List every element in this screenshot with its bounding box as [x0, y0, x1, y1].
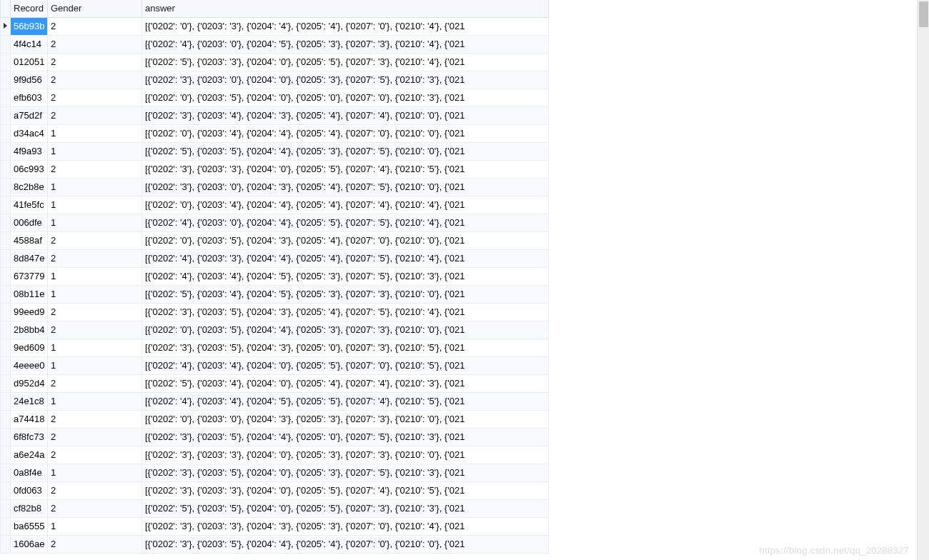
- table-row[interactable]: 4f4c142[{'0202': '4'}, {'0203': '0'}, {'…: [1, 35, 549, 53]
- cell-answer[interactable]: [{'0202': '3'}, {'0203': '5'}, {'0204': …: [142, 339, 549, 356]
- row-indicator[interactable]: [1, 267, 11, 285]
- row-indicator[interactable]: [1, 17, 11, 35]
- row-indicator[interactable]: [1, 464, 11, 481]
- column-header-record[interactable]: Record: [11, 0, 48, 17]
- cell-answer[interactable]: [{'0202': '4'}, {'0203': '3'}, {'0204': …: [142, 249, 549, 267]
- row-indicator[interactable]: [1, 517, 11, 535]
- cell-answer[interactable]: [{'0202': '0'}, {'0203': '5'}, {'0204': …: [142, 89, 549, 106]
- cell-answer[interactable]: [{'0202': '5'}, {'0203': '4'}, {'0204': …: [142, 374, 549, 392]
- row-indicator[interactable]: [1, 89, 11, 106]
- table-row[interactable]: d34ac41[{'0202': '0'}, {'0203': '4'}, {'…: [1, 124, 549, 142]
- cell-answer[interactable]: [{'0202': '5'}, {'0203': '5'}, {'0204': …: [142, 142, 549, 160]
- row-indicator[interactable]: [1, 231, 11, 249]
- cell-record[interactable]: 8d847e: [11, 249, 48, 267]
- cell-record[interactable]: 4f4c14: [11, 35, 48, 53]
- cell-answer[interactable]: [{'0202': '5'}, {'0203': '5'}, {'0204': …: [142, 499, 549, 517]
- cell-record[interactable]: 006dfe: [11, 214, 48, 231]
- cell-record[interactable]: 06c993: [11, 160, 48, 178]
- cell-gender[interactable]: 1: [48, 339, 142, 356]
- table-row[interactable]: 4eeee01[{'0202': '4'}, {'0203': '4'}, {'…: [1, 356, 549, 374]
- cell-gender[interactable]: 2: [48, 499, 142, 517]
- cell-answer[interactable]: [{'0202': '4'}, {'0203': '0'}, {'0204': …: [142, 35, 549, 53]
- row-indicator[interactable]: [1, 53, 11, 71]
- cell-record[interactable]: 012051: [11, 53, 48, 71]
- cell-gender[interactable]: 2: [48, 428, 142, 446]
- cell-gender[interactable]: 1: [48, 214, 142, 231]
- cell-record[interactable]: cf82b8: [11, 499, 48, 517]
- column-header-answer[interactable]: answer: [142, 0, 549, 17]
- cell-record[interactable]: 08b11e: [11, 285, 48, 303]
- cell-record[interactable]: 673779: [11, 267, 48, 285]
- cell-gender[interactable]: 1: [48, 178, 142, 196]
- row-indicator[interactable]: [1, 446, 11, 464]
- row-indicator[interactable]: [1, 178, 11, 196]
- cell-record[interactable]: 99eed9: [11, 303, 48, 321]
- cell-record[interactable]: 41fe5fc: [11, 196, 48, 214]
- row-indicator[interactable]: [1, 142, 11, 160]
- row-indicator[interactable]: [1, 214, 11, 231]
- table-row[interactable]: a6e24a2[{'0202': '3'}, {'0203': '3'}, {'…: [1, 446, 549, 464]
- cell-answer[interactable]: [{'0202': '3'}, {'0203': '3'}, {'0204': …: [142, 481, 549, 499]
- table-row[interactable]: 8c2b8e1[{'0202': '3'}, {'0203': '0'}, {'…: [1, 178, 549, 196]
- cell-gender[interactable]: 2: [48, 321, 142, 339]
- cell-record[interactable]: a75d2f: [11, 106, 48, 124]
- cell-gender[interactable]: 2: [48, 17, 142, 35]
- cell-record[interactable]: 2b8bb4: [11, 321, 48, 339]
- vertical-scrollbar[interactable]: [917, 0, 929, 560]
- cell-answer[interactable]: [{'0202': '3'}, {'0203': '5'}, {'0204': …: [142, 464, 549, 481]
- cell-gender[interactable]: 2: [48, 535, 142, 553]
- table-row[interactable]: 08b11e1[{'0202': '5'}, {'0203': '4'}, {'…: [1, 285, 549, 303]
- table-row[interactable]: 0120512[{'0202': '5'}, {'0203': '3'}, {'…: [1, 53, 549, 71]
- row-indicator[interactable]: [1, 71, 11, 89]
- row-indicator[interactable]: [1, 428, 11, 446]
- cell-gender[interactable]: 1: [48, 196, 142, 214]
- cell-record[interactable]: efb603: [11, 89, 48, 106]
- cell-gender[interactable]: 2: [48, 481, 142, 499]
- cell-gender[interactable]: 1: [48, 356, 142, 374]
- table-row[interactable]: a75d2f2[{'0202': '3'}, {'0203': '4'}, {'…: [1, 106, 549, 124]
- table-row[interactable]: 4588af2[{'0202': '0'}, {'0203': '5'}, {'…: [1, 231, 549, 249]
- row-indicator[interactable]: [1, 499, 11, 517]
- cell-record[interactable]: ba6555: [11, 517, 48, 535]
- cell-record[interactable]: 56b93b: [11, 17, 48, 35]
- cell-record[interactable]: 9f9d56: [11, 71, 48, 89]
- row-indicator[interactable]: [1, 249, 11, 267]
- cell-record[interactable]: d952d4: [11, 374, 48, 392]
- table-row[interactable]: 41fe5fc1[{'0202': '0'}, {'0203': '4'}, {…: [1, 196, 549, 214]
- table-row[interactable]: 4f9a931[{'0202': '5'}, {'0203': '5'}, {'…: [1, 142, 549, 160]
- cell-answer[interactable]: [{'0202': '0'}, {'0203': '0'}, {'0204': …: [142, 410, 549, 428]
- table-row[interactable]: 56b93b2[{'0202': '0'}, {'0203': '3'}, {'…: [1, 17, 549, 35]
- table-row[interactable]: 8d847e2[{'0202': '4'}, {'0203': '3'}, {'…: [1, 249, 549, 267]
- row-indicator[interactable]: [1, 410, 11, 428]
- row-indicator[interactable]: [1, 124, 11, 142]
- cell-gender[interactable]: 1: [48, 285, 142, 303]
- cell-answer[interactable]: [{'0202': '0'}, {'0203': '5'}, {'0204': …: [142, 231, 549, 249]
- cell-gender[interactable]: 1: [48, 517, 142, 535]
- row-indicator[interactable]: [1, 285, 11, 303]
- cell-gender[interactable]: 2: [48, 410, 142, 428]
- row-indicator[interactable]: [1, 106, 11, 124]
- cell-gender[interactable]: 2: [48, 160, 142, 178]
- row-indicator[interactable]: [1, 339, 11, 356]
- cell-gender[interactable]: 2: [48, 71, 142, 89]
- cell-gender[interactable]: 2: [48, 35, 142, 53]
- row-indicator[interactable]: [1, 374, 11, 392]
- row-indicator[interactable]: [1, 321, 11, 339]
- row-indicator[interactable]: [1, 196, 11, 214]
- cell-answer[interactable]: [{'0202': '3'}, {'0203': '0'}, {'0204': …: [142, 178, 549, 196]
- cell-record[interactable]: 4eeee0: [11, 356, 48, 374]
- cell-record[interactable]: 4588af: [11, 231, 48, 249]
- cell-record[interactable]: 4f9a93: [11, 142, 48, 160]
- row-indicator[interactable]: [1, 35, 11, 53]
- cell-answer[interactable]: [{'0202': '3'}, {'0203': '4'}, {'0204': …: [142, 106, 549, 124]
- row-indicator[interactable]: [1, 481, 11, 499]
- cell-answer[interactable]: [{'0202': '0'}, {'0203': '5'}, {'0204': …: [142, 321, 549, 339]
- cell-answer[interactable]: [{'0202': '4'}, {'0203': '4'}, {'0204': …: [142, 356, 549, 374]
- cell-record[interactable]: 8c2b8e: [11, 178, 48, 196]
- row-indicator[interactable]: [1, 303, 11, 321]
- cell-record[interactable]: d34ac4: [11, 124, 48, 142]
- cell-gender[interactable]: 2: [48, 446, 142, 464]
- table-row[interactable]: efb6032[{'0202': '0'}, {'0203': '5'}, {'…: [1, 89, 549, 106]
- cell-answer[interactable]: [{'0202': '0'}, {'0203': '3'}, {'0204': …: [142, 17, 549, 35]
- cell-answer[interactable]: [{'0202': '5'}, {'0203': '3'}, {'0204': …: [142, 53, 549, 71]
